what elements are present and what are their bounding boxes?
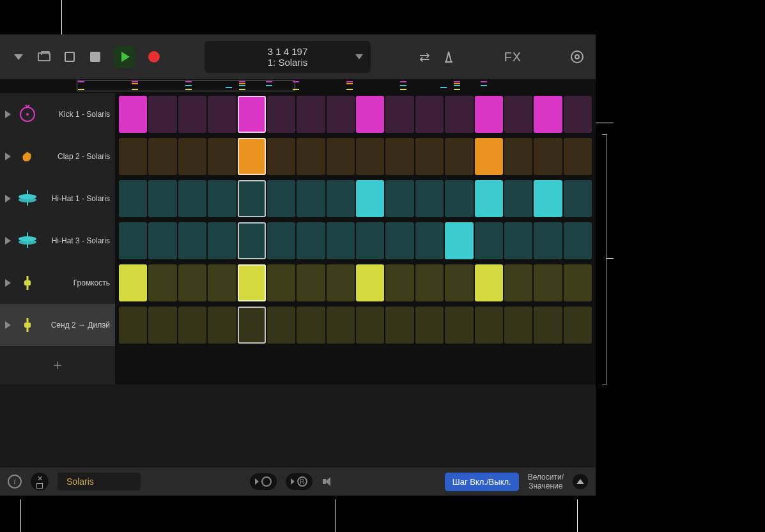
track-row[interactable]: Kick 1 - Solaris: [0, 93, 115, 135]
step-cell[interactable]: [475, 307, 503, 344]
step-cell[interactable]: [504, 138, 532, 175]
step-cell[interactable]: [445, 96, 473, 133]
step-cell[interactable]: [564, 138, 592, 175]
step-cell[interactable]: [385, 96, 413, 133]
step-cell[interactable]: [178, 307, 206, 344]
fx-button[interactable]: FX: [504, 50, 522, 65]
step-cell[interactable]: [267, 138, 295, 175]
step-cell[interactable]: [415, 264, 444, 301]
step-cell[interactable]: [385, 138, 413, 175]
step-cell[interactable]: [238, 264, 266, 301]
step-cell[interactable]: [564, 264, 592, 301]
step-cell[interactable]: [415, 96, 444, 133]
track-play-icon[interactable]: [5, 237, 11, 245]
step-cell[interactable]: [534, 96, 562, 133]
step-cell[interactable]: [356, 307, 384, 344]
step-cell[interactable]: [208, 307, 236, 344]
step-cell[interactable]: [267, 96, 295, 133]
step-cell[interactable]: [119, 264, 147, 301]
delete-button[interactable]: ✕: [31, 473, 49, 490]
step-cell[interactable]: [534, 138, 562, 175]
step-cell[interactable]: [385, 180, 413, 217]
info-button[interactable]: i: [8, 475, 22, 489]
step-cell[interactable]: [327, 222, 355, 259]
velocity-value-label[interactable]: Велосити/ Значение: [528, 473, 564, 491]
color-picker-button[interactable]: [250, 473, 277, 490]
track-play-icon[interactable]: [5, 110, 11, 118]
expand-button[interactable]: [573, 474, 588, 489]
step-cell[interactable]: [178, 222, 206, 259]
step-cell[interactable]: [208, 180, 236, 217]
step-cell[interactable]: [267, 264, 295, 301]
step-cell[interactable]: [445, 180, 473, 217]
step-cell[interactable]: [148, 180, 176, 217]
step-cell[interactable]: [385, 307, 413, 344]
step-cell[interactable]: [445, 307, 473, 344]
settings-button[interactable]: [570, 50, 584, 64]
step-cell[interactable]: [267, 222, 295, 259]
step-cell[interactable]: [445, 222, 473, 259]
step-cell[interactable]: [445, 264, 473, 301]
add-track-button[interactable]: +: [0, 346, 115, 384]
step-cell[interactable]: [445, 138, 473, 175]
track-play-icon[interactable]: [5, 153, 11, 160]
step-cell[interactable]: [297, 222, 325, 259]
step-cell[interactable]: [356, 222, 384, 259]
step-cell[interactable]: [415, 138, 444, 175]
lcd-display[interactable]: 3 1 4 197 1: Solaris: [205, 41, 371, 73]
step-cell[interactable]: [327, 138, 355, 175]
step-cell[interactable]: [385, 222, 413, 259]
step-cell[interactable]: [504, 180, 532, 217]
step-cell[interactable]: [564, 307, 592, 344]
track-play-icon[interactable]: [5, 279, 11, 287]
step-cell[interactable]: [504, 264, 532, 301]
view-mode-button[interactable]: [63, 50, 77, 64]
step-cell[interactable]: [208, 138, 236, 175]
step-cell[interactable]: [208, 222, 236, 259]
step-cell[interactable]: [119, 96, 147, 133]
step-cell[interactable]: [178, 180, 206, 217]
step-toggle-button[interactable]: Шаг Вкл./Выкл.: [445, 473, 519, 491]
step-cell[interactable]: [119, 307, 147, 344]
step-cell[interactable]: [178, 138, 206, 175]
inbox-icon[interactable]: [37, 50, 51, 64]
play-button[interactable]: [114, 46, 135, 68]
step-cell[interactable]: [504, 307, 532, 344]
step-cell[interactable]: [327, 307, 355, 344]
track-row[interactable]: Сенд 2 → Дилэй: [0, 304, 115, 346]
step-cell[interactable]: [534, 180, 562, 217]
step-cell[interactable]: [297, 180, 325, 217]
view-menu-button[interactable]: [12, 50, 26, 64]
randomize-button[interactable]: R: [286, 473, 313, 490]
step-cell[interactable]: [267, 307, 295, 344]
step-cell[interactable]: [238, 138, 266, 175]
step-cell[interactable]: [297, 96, 325, 133]
step-cell[interactable]: [534, 264, 562, 301]
track-row[interactable]: Hi-Hat 1 - Solaris: [0, 178, 115, 220]
step-cell[interactable]: [475, 138, 503, 175]
track-row[interactable]: Громкость: [0, 262, 115, 304]
step-cell[interactable]: [238, 222, 266, 259]
step-cell[interactable]: [178, 264, 206, 301]
step-cell[interactable]: [415, 222, 444, 259]
step-cell[interactable]: [356, 138, 384, 175]
track-play-icon[interactable]: [5, 195, 11, 202]
cycle-button[interactable]: ⇄: [419, 49, 430, 65]
step-cell[interactable]: [415, 180, 444, 217]
step-cell[interactable]: [148, 222, 176, 259]
step-cell[interactable]: [148, 138, 176, 175]
step-cell[interactable]: [356, 264, 384, 301]
step-cell[interactable]: [327, 180, 355, 217]
step-cell[interactable]: [564, 180, 592, 217]
step-cell[interactable]: [564, 96, 592, 133]
step-cell[interactable]: [208, 264, 236, 301]
step-cell[interactable]: [119, 222, 147, 259]
step-cell[interactable]: [327, 264, 355, 301]
step-cell[interactable]: [356, 180, 384, 217]
step-cell[interactable]: [475, 180, 503, 217]
step-cell[interactable]: [267, 180, 295, 217]
step-cell[interactable]: [504, 96, 532, 133]
step-cell[interactable]: [534, 307, 562, 344]
preview-sound-button[interactable]: [321, 475, 336, 489]
stop-button[interactable]: [88, 50, 102, 64]
